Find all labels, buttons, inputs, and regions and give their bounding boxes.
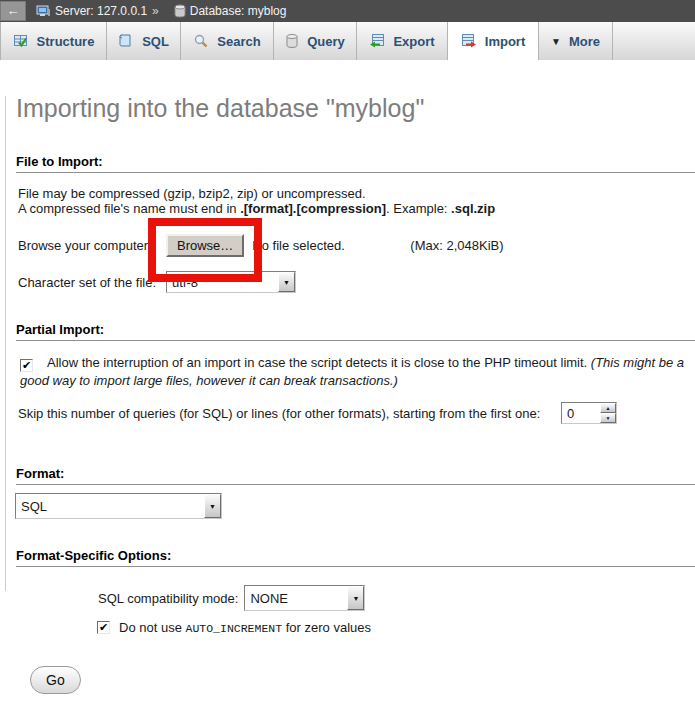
compression-info-line2: A compressed file's name must end in .[f… [18,201,695,216]
sql-compatibility-row: SQL compatibility mode: NONE ▼ [98,585,695,611]
section-heading-format: Format: [16,466,695,485]
charset-label: Character set of the file: [18,275,166,290]
tab-search[interactable]: Search [181,22,274,60]
tab-more[interactable]: ▼ More [539,22,613,60]
auto-increment-code: AUTO_INCREMENT [186,622,283,635]
back-button[interactable]: ← [0,1,26,21]
database-icon [174,4,186,18]
charset-row: Character set of the file: utf-8 ▼ [18,270,695,294]
skip-queries-label: Skip this number of queries (for SQL) or… [18,406,561,421]
export-icon [369,33,385,49]
line2-prefix: A compressed file's name must end in [18,201,240,216]
query-icon [285,33,299,49]
auto-increment-prefix: Do not use [119,620,186,635]
tab-label: SQL [142,34,169,49]
tab-query[interactable]: Query [274,22,357,60]
breadcrumb-server-link[interactable]: Server: 127.0.0.1 [55,4,147,18]
tab-label: Search [217,34,260,49]
max-size-text: (Max: 2,048KiB) [410,238,503,253]
tab-bar-filler [613,22,695,60]
skip-queries-row: Skip this number of queries (for SQL) or… [18,401,695,425]
tab-bar: Structure SQL Search [0,22,695,60]
phpmyadmin-import-page: ← Server: 127.0.0.1 » Database: myblog [0,0,695,716]
tab-label: Structure [37,34,95,49]
import-content: Importing into the database "myblog" Fil… [0,94,695,694]
tab-structure[interactable]: Structure [0,22,107,60]
charset-dropdown-arrow-icon[interactable]: ▼ [278,272,295,292]
skip-queries-input[interactable]: 0 ▲ ▼ [561,402,617,424]
spinner-down-button[interactable]: ▼ [600,413,616,423]
tab-export[interactable]: Export [357,22,448,60]
spinner-up-button[interactable]: ▲ [600,403,616,413]
tab-import[interactable]: Import [448,22,539,60]
page-title: Importing into the database "myblog" [16,94,695,123]
allow-interruption-text: Allow the interruption of an import in c… [47,355,591,370]
section-heading-file-to-import: File to Import: [16,154,695,173]
format-select-row: SQL ▼ [15,493,695,519]
allow-interruption-checkbox[interactable]: ✔ [20,359,33,372]
compat-dropdown-arrow-icon[interactable]: ▼ [347,586,364,610]
tab-sql[interactable]: SQL [107,22,181,60]
sql-zip-example-bold: .sql.zip [451,201,495,216]
browse-computer-label: Browse your computer: [18,238,166,253]
section-heading-partial-import: Partial Import: [16,322,695,341]
tab-label: More [569,34,600,49]
compression-info-line1: File may be compressed (gzip, bzip2, zip… [18,186,695,201]
no-file-selected-text: No file selected. [252,238,410,253]
auto-increment-row: ✔ Do not use AUTO_INCREMENT for zero val… [97,620,695,635]
allow-interruption-row: ✔Allow the interruption of an import in … [20,354,688,389]
sql-compatibility-value: NONE [250,591,288,606]
charset-selected-value: utf-8 [172,275,198,290]
breadcrumb-database-link[interactable]: Database: myblog [190,4,287,18]
section-heading-format-specific-options: Format-Specific Options: [16,548,695,567]
breadcrumb-separator: » [152,4,159,18]
tab-label: Query [307,34,345,49]
auto-increment-suffix: for zero values [282,620,371,635]
go-button[interactable]: Go [30,666,81,694]
spinner-buttons: ▲ ▼ [600,403,616,423]
line2-mid: . Example: [386,201,451,216]
server-icon [36,5,51,18]
browse-button[interactable]: Browse… [166,234,244,257]
breadcrumb-bar: ← Server: 127.0.0.1 » Database: myblog [0,0,695,22]
structure-icon [13,33,29,49]
search-icon [193,33,209,49]
tab-label: Export [393,34,434,49]
sql-compatibility-label: SQL compatibility mode: [98,591,238,606]
format-compression-bold: .[format].[compression] [240,201,386,216]
sql-compatibility-select[interactable]: NONE ▼ [244,585,365,611]
skip-queries-value: 0 [562,403,600,423]
auto-increment-text: Do not use AUTO_INCREMENT for zero value… [119,620,371,635]
format-selected-value: SQL [21,499,47,514]
file-upload-row: Browse your computer: Browse… No file se… [18,232,695,258]
import-icon [461,33,477,49]
auto-increment-checkbox[interactable]: ✔ [97,621,110,634]
format-select[interactable]: SQL ▼ [15,493,222,519]
sql-icon [118,33,134,49]
charset-select[interactable]: utf-8 ▼ [166,271,296,293]
tab-label: Import [485,34,525,49]
format-dropdown-arrow-icon[interactable]: ▼ [204,494,221,518]
content-left-border [5,96,6,591]
chevron-down-icon: ▼ [551,36,561,47]
